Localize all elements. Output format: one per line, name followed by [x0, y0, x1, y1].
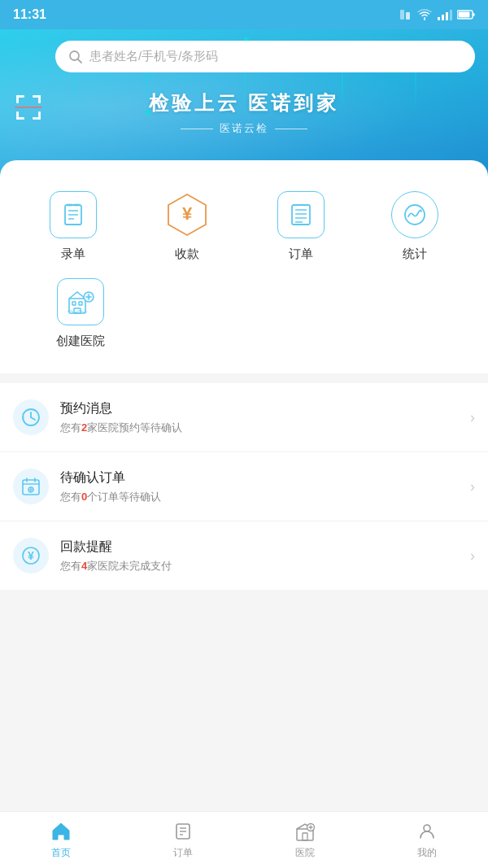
notif-icon-yuan: ¥: [13, 538, 49, 574]
banner-subtitle-row: 医诺云检: [13, 121, 475, 136]
svg-line-43: [31, 417, 35, 420]
svg-rect-24: [67, 203, 72, 207]
收款-icon-box: ¥: [163, 191, 211, 238]
录单-icon-box: [50, 191, 97, 238]
bottom-nav: 首页 订单 医院: [0, 811, 488, 868]
search-icon: [68, 50, 83, 64]
svg-text:¥: ¥: [28, 549, 34, 562]
menu-item-创建医院[interactable]: 创建医院: [16, 270, 130, 357]
nav-label-hospital: 医院: [295, 846, 315, 860]
status-bar: 11:31: [0, 0, 488, 29]
notif-arrow-reservation: ›: [470, 409, 475, 426]
menu-item-统计[interactable]: 统计: [358, 183, 472, 270]
person-icon: [416, 820, 438, 843]
notif-icon-clock: [13, 399, 49, 435]
nav-item-home[interactable]: 首页: [0, 812, 122, 868]
notif-content-order-confirm: 待确认订单 您有0个订单等待确认: [60, 469, 470, 504]
scan-button[interactable]: [13, 92, 44, 123]
创建医院-icon-box: [57, 278, 104, 325]
svg-rect-4: [446, 12, 448, 20]
订单-icon-box: [277, 191, 325, 238]
wifi-icon: [416, 8, 433, 21]
nav-label-order: 订单: [173, 846, 193, 860]
svg-rect-10: [16, 95, 19, 103]
menu-item-录单[interactable]: 录单: [16, 183, 130, 270]
status-icons: [399, 8, 475, 21]
sim-icon: [399, 8, 412, 21]
svg-rect-7: [473, 13, 475, 16]
svg-rect-5: [450, 10, 452, 20]
home-icon: [50, 820, 72, 843]
svg-rect-12: [38, 95, 41, 103]
notif-title-payment: 回款提醒: [60, 539, 470, 556]
menu-label-订单: 订单: [289, 246, 313, 262]
svg-point-63: [424, 825, 430, 831]
notif-desc-payment: 您有4家医院未完成支付: [60, 559, 470, 574]
notif-item-reservation[interactable]: 预约消息 您有2家医院预约等待确认 ›: [0, 383, 488, 452]
notif-item-payment[interactable]: ¥ 回款提醒 您有4家医院未完成支付 ›: [0, 521, 488, 590]
menu-item-订单[interactable]: 订单: [244, 183, 358, 270]
search-bar[interactable]: 患者姓名/手机号/条形码: [55, 41, 475, 72]
status-time: 11:31: [13, 7, 46, 22]
svg-rect-35: [72, 302, 76, 305]
svg-point-44: [23, 417, 25, 419]
menu-label-收款: 收款: [175, 246, 199, 262]
svg-point-33: [405, 205, 425, 225]
notif-content-payment: 回款提醒 您有4家医院未完成支付: [60, 539, 470, 574]
menu-item-收款[interactable]: ¥ 收款: [130, 183, 244, 270]
search-placeholder: 患者姓名/手机号/条形码: [89, 49, 218, 64]
notif-item-order-confirm[interactable]: 待确认订单 您有0个订单等待确认 ›: [0, 452, 488, 521]
nav-label-home: 首页: [51, 846, 71, 860]
notif-desc-order-confirm: 您有0个订单等待确认: [60, 490, 470, 504]
nav-item-hospital[interactable]: 医院: [244, 812, 366, 868]
order-icon: [172, 820, 194, 843]
menu-label-创建医院: 创建医院: [56, 334, 105, 349]
svg-rect-36: [79, 302, 82, 305]
main-card: 录单 ¥ 收款 订单: [0, 160, 488, 373]
banner-title: 检验上云 医诺到家: [13, 90, 475, 116]
notification-section: 预约消息 您有2家医院预约等待确认 › 待确认订单 您有0个订单等待确认: [0, 383, 488, 590]
notif-arrow-order-confirm: ›: [470, 478, 475, 495]
svg-rect-59: [303, 833, 307, 840]
svg-rect-2: [438, 17, 440, 20]
battery-icon: [457, 10, 475, 20]
hospital-icon: [294, 820, 316, 843]
notif-content-reservation: 预约消息 您有2家医院预约等待确认: [60, 400, 470, 435]
banner-line-right: [275, 129, 307, 129]
nav-label-mine: 我的: [417, 846, 437, 860]
notif-arrow-payment: ›: [470, 547, 475, 565]
svg-rect-1: [406, 12, 410, 20]
menu-label-录单: 录单: [61, 246, 85, 262]
notif-icon-calendar: [13, 469, 49, 504]
统计-icon-box: [391, 191, 438, 238]
nav-item-order[interactable]: 订单: [122, 812, 244, 868]
svg-rect-16: [38, 111, 41, 120]
nav-item-mine[interactable]: 我的: [366, 812, 488, 868]
svg-text:¥: ¥: [182, 203, 193, 224]
svg-rect-17: [15, 107, 42, 108]
notif-title-reservation: 预约消息: [60, 400, 470, 417]
menu-label-统计: 统计: [403, 246, 427, 262]
notif-title-order-confirm: 待确认订单: [60, 469, 470, 486]
svg-rect-0: [400, 10, 404, 20]
svg-rect-25: [74, 203, 80, 207]
signal-icon: [438, 9, 452, 20]
svg-rect-3: [442, 15, 444, 20]
banner-line-left: [181, 129, 213, 129]
banner-subtitle: 医诺云检: [220, 121, 268, 136]
icon-grid: 录单 ¥ 收款 订单: [16, 183, 472, 357]
svg-rect-14: [16, 111, 19, 120]
banner-text: 检验上云 医诺到家 医诺云检: [13, 90, 475, 136]
notif-desc-reservation: 您有2家医院预约等待确认: [60, 421, 470, 435]
svg-line-19: [78, 59, 82, 63]
svg-rect-8: [459, 12, 470, 18]
